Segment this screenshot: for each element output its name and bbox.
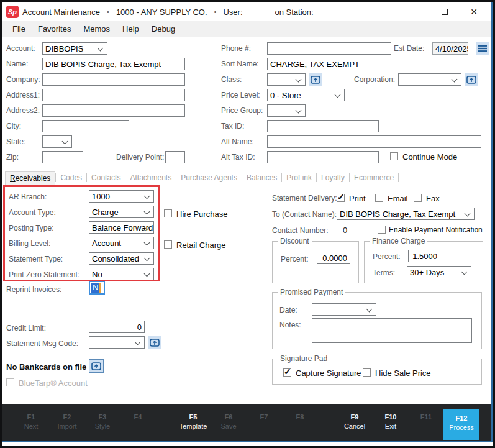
state-dropdown[interactable] xyxy=(42,135,72,148)
address2-label: Address2: xyxy=(6,106,40,115)
reprint-invoices-field[interactable]: N xyxy=(89,281,105,295)
zip-field[interactable] xyxy=(42,151,83,163)
tab-loyalty[interactable]: Loyalty xyxy=(317,171,349,184)
finance-percent-label: Percent: xyxy=(373,252,401,261)
fkey-f2: F2Import xyxy=(49,413,85,431)
text-caret xyxy=(99,283,101,293)
billing-level-dropdown[interactable]: Account xyxy=(89,237,154,249)
name-field[interactable]: DIB BOPIS Charge, Tax Exempt xyxy=(42,58,185,70)
posting-type-dropdown[interactable]: Balance Forward xyxy=(89,221,154,234)
retail-charge-checkbox[interactable] xyxy=(164,240,172,249)
class-lookup-button[interactable] xyxy=(309,73,322,86)
name-label: Name: xyxy=(6,60,28,68)
discount-percent-field[interactable]: 0.0000 xyxy=(317,252,350,264)
minimize-button[interactable] xyxy=(406,5,425,19)
fkey-f9-cancel[interactable]: F9Cancel xyxy=(337,413,373,431)
tab-receivables[interactable]: Receivables xyxy=(5,171,55,185)
menu-debug[interactable]: Debug xyxy=(145,24,181,34)
close-button[interactable]: ✕ xyxy=(465,5,483,19)
fax-checkbox[interactable] xyxy=(414,194,422,202)
print-checkbox[interactable] xyxy=(337,194,345,202)
continue-mode-checkbox[interactable] xyxy=(390,152,398,160)
fkey-label: Next xyxy=(13,422,49,431)
print-label: Print xyxy=(349,194,366,203)
hire-purchase-checkbox[interactable] xyxy=(164,209,172,217)
promised-date-label: Date: xyxy=(279,306,297,314)
ar-branch-dropdown[interactable]: 1000 xyxy=(89,190,154,203)
corporation-dropdown[interactable] xyxy=(398,73,461,86)
fkey-f10-exit[interactable]: F10Exit xyxy=(373,413,409,431)
maximize-icon xyxy=(442,9,448,15)
alt-name-field[interactable] xyxy=(267,135,481,148)
user-label: User: xyxy=(223,7,242,17)
price-level-dropdown[interactable]: 0 - Store xyxy=(267,89,345,101)
corporation-lookup-button[interactable] xyxy=(465,73,478,86)
billing-level-label: Billing Level: xyxy=(9,239,50,248)
tab-codes[interactable]: Codes xyxy=(56,171,86,184)
discount-title: Discount xyxy=(278,237,312,245)
finance-percent-field[interactable]: 1.5000 xyxy=(408,250,440,262)
tab-prolink[interactable]: ProLink xyxy=(282,171,316,184)
fkey-f3: F3Style xyxy=(84,413,120,431)
tab-purchase-agents[interactable]: Purchase Agents xyxy=(176,171,242,184)
delivery-point-field[interactable] xyxy=(165,151,185,163)
tab-balances[interactable]: Balances xyxy=(242,171,281,184)
print-zero-statement-dropdown[interactable]: No xyxy=(89,268,154,280)
city-field[interactable] xyxy=(42,120,129,132)
close-icon: ✕ xyxy=(470,7,478,17)
zip-label: Zip: xyxy=(6,153,19,162)
tab-contacts[interactable]: Contacts xyxy=(87,171,125,184)
title-bullet: • xyxy=(214,8,217,16)
statement-msg-lookup-button[interactable] xyxy=(148,336,161,349)
credit-limit-label: Credit Limit: xyxy=(6,324,46,332)
statement-delivery-label: Statement Delivery: xyxy=(272,194,337,203)
address1-field[interactable] xyxy=(42,89,185,101)
notes-textarea[interactable] xyxy=(312,318,472,343)
menu-favorites[interactable]: Favorites xyxy=(32,24,77,34)
price-group-dropdown[interactable] xyxy=(267,104,306,117)
phone-label: Phone #: xyxy=(221,44,251,53)
email-checkbox[interactable] xyxy=(375,194,383,202)
tab-attachments[interactable]: Attachments xyxy=(125,171,176,184)
hire-purchase-label: Hire Purchase xyxy=(176,209,227,219)
capture-signature-checkbox[interactable] xyxy=(283,368,291,377)
bluetarp-checkbox xyxy=(6,378,14,386)
statement-type-dropdown[interactable]: Consolidated xyxy=(89,252,154,265)
class-dropdown[interactable] xyxy=(267,73,306,86)
fkey-f12-process[interactable]: F12Process xyxy=(443,409,479,440)
fkey-key: F6 xyxy=(211,413,247,422)
account-dropdown[interactable]: DIBBOPIS xyxy=(42,42,107,55)
maximize-button[interactable] xyxy=(435,5,454,19)
section-divider xyxy=(2,168,493,168)
ar-branch-label: AR Branch: xyxy=(9,193,47,201)
enable-payment-notification-checkbox[interactable] xyxy=(378,226,386,234)
continue-mode-label: Continue Mode xyxy=(402,152,457,162)
print-zero-statement-label: Print Zero Statement: xyxy=(9,270,79,279)
fkey-f6: F6Save xyxy=(211,413,247,431)
bankcards-lookup-button[interactable] xyxy=(89,359,104,373)
account-type-dropdown[interactable]: Charge xyxy=(89,206,154,218)
tab-ecommerce[interactable]: Ecommerce xyxy=(350,171,398,184)
contact-number-label: Contact Number: xyxy=(272,226,329,235)
est-date-menu-button[interactable] xyxy=(476,42,489,55)
menu-memos[interactable]: Memos xyxy=(77,24,116,34)
tax-id-field[interactable] xyxy=(267,120,379,132)
menu-help[interactable]: Help xyxy=(116,24,145,34)
reprint-invoices-label: Reprint Invoices: xyxy=(6,285,61,294)
fkey-f5-template[interactable]: F5Template xyxy=(175,413,211,431)
alt-tax-id-field[interactable] xyxy=(267,151,379,163)
fkey-label: Style xyxy=(84,422,120,431)
phone-field[interactable] xyxy=(267,42,391,55)
promised-date-dropdown[interactable] xyxy=(312,303,376,316)
sort-name-field[interactable]: CHARGE, TAX EXEMPT xyxy=(267,58,416,70)
address2-field[interactable] xyxy=(42,104,185,117)
fkey-key: F8 xyxy=(282,413,318,422)
fkey-key: F10 xyxy=(373,413,409,422)
hide-sale-price-checkbox[interactable] xyxy=(363,368,371,377)
credit-limit-field[interactable]: 0 xyxy=(89,321,145,333)
statement-msg-code-dropdown[interactable] xyxy=(89,336,145,349)
to-contact-name-dropdown[interactable]: DIB BOPIS Charge, Tax Exempt xyxy=(337,208,475,220)
company-field[interactable] xyxy=(42,73,185,86)
terms-dropdown[interactable]: 30+ Days xyxy=(407,266,471,278)
menu-file[interactable]: File xyxy=(6,24,32,34)
